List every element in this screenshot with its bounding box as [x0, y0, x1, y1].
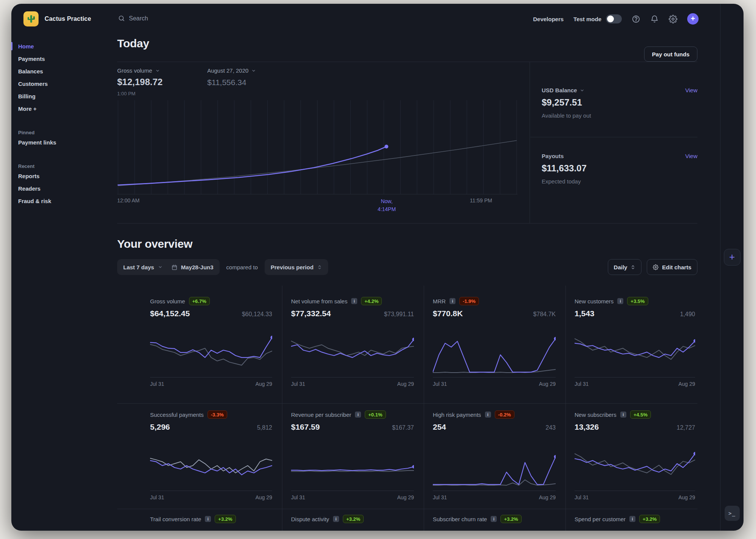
bell-icon: [650, 15, 659, 23]
gross-volume-metric: Gross volume $12,198.72 1:00 PM: [117, 67, 163, 96]
developers-link[interactable]: Developers: [533, 16, 564, 22]
payouts-block: Payouts View $11,633.07 Expected today: [542, 153, 697, 185]
today-chart-header: Gross volume $12,198.72 1:00 PM August 2…: [117, 67, 256, 96]
cactus-logo-icon[interactable]: [23, 11, 39, 26]
sidebar-item-customers[interactable]: Customers: [11, 78, 117, 90]
gross-volume-label: Gross volume: [117, 67, 152, 74]
usd-balance-view-link[interactable]: View: [685, 87, 697, 93]
test-mode-label: Test mode: [573, 16, 601, 22]
overview-metric-grid: Gross volume+6.7%$64,152.45$60,124.33Jul…: [117, 286, 697, 531]
toggle-knob: [607, 16, 614, 22]
info-icon[interactable]: i: [205, 516, 211, 522]
plus-icon: +: [729, 251, 735, 263]
cactus-glyph: [26, 14, 36, 24]
test-mode-control: Test mode: [573, 14, 622, 23]
date-start: Jul 31: [291, 494, 305, 500]
sidebar-item-payments[interactable]: Payments: [11, 53, 117, 65]
metric-previous-value: 12,727: [677, 424, 695, 431]
test-mode-toggle[interactable]: [606, 14, 622, 23]
date-start: Jul 31: [433, 381, 447, 387]
comparison-date-selector[interactable]: August 27, 2020: [207, 67, 256, 74]
info-icon[interactable]: i: [355, 412, 361, 418]
sparkline-chart[interactable]: [433, 447, 556, 491]
metric-previous-value: $60,124.33: [242, 311, 272, 318]
compare-period-select[interactable]: Previous period: [265, 259, 328, 275]
interval-label: Daily: [614, 264, 627, 270]
brand-name: Cactus Practice: [45, 16, 91, 22]
sidebar-item-billing[interactable]: Billing: [11, 90, 117, 103]
metric-previous-value: 243: [545, 424, 556, 431]
change-badge: -1.9%: [459, 297, 479, 305]
gross-volume-selector[interactable]: Gross volume: [117, 67, 163, 74]
add-widget-button[interactable]: +: [724, 249, 741, 266]
sparkline-chart[interactable]: [575, 334, 695, 377]
help-button[interactable]: [632, 15, 640, 23]
sparkline-chart[interactable]: [291, 447, 414, 491]
metric-name: Trail conversion rate: [150, 516, 201, 522]
date-end: Aug 29: [256, 381, 272, 387]
usd-balance-selector[interactable]: USD Balance: [542, 87, 584, 93]
sparkline-date-range: Jul 31Aug 29: [575, 494, 695, 500]
metric-card-revenue-per-subscriber: Revenue per subscriberi+0.1%$167.59$167.…: [282, 403, 424, 509]
sparkline-chart[interactable]: [150, 334, 272, 377]
date-end: Aug 29: [679, 381, 695, 387]
sidebar-item-more[interactable]: More +: [11, 103, 117, 115]
info-icon[interactable]: i: [629, 516, 635, 522]
date-start: Jul 31: [433, 494, 447, 500]
search-placeholder: Search: [129, 15, 148, 22]
date-start: Jul 31: [291, 381, 305, 387]
metric-previous-value: $784.7K: [533, 311, 556, 318]
metric-card-new-subscribers: New subscribersi+4.5%13,32612,727Jul 31A…: [565, 403, 697, 509]
info-icon[interactable]: i: [617, 298, 623, 304]
date-start: Jul 31: [150, 381, 164, 387]
sparkline-chart[interactable]: [433, 334, 556, 377]
sparkline-chart[interactable]: [575, 447, 695, 491]
settings-button[interactable]: [669, 15, 677, 23]
gross-volume-value: $12,198.72: [117, 77, 163, 87]
metric-card-successful-payments: Successful payments-3.3%5,2965,812Jul 31…: [117, 403, 282, 509]
comparison-date-label: August 27, 2020: [207, 67, 248, 74]
payouts-subtitle: Expected today: [542, 178, 697, 185]
info-icon[interactable]: i: [333, 516, 339, 522]
sparkline-chart[interactable]: [291, 334, 414, 377]
gear-icon: [653, 264, 658, 270]
info-icon[interactable]: i: [351, 298, 357, 304]
date-range-picker[interactable]: Last 7 days May28-Jun3: [117, 259, 220, 275]
info-icon[interactable]: i: [449, 298, 455, 304]
interval-select[interactable]: Daily: [608, 259, 642, 275]
sparkline-date-range: Jul 31Aug 29: [150, 381, 272, 387]
sidebar-item-fraud-risk[interactable]: Fraud & risk: [11, 195, 117, 207]
metric-card-subscriber-churn-rate: Subscriber churn ratei+3.2%: [424, 509, 565, 531]
metric-value: $770.8K: [433, 309, 463, 318]
sidebar-item-readers[interactable]: Readers: [11, 182, 117, 195]
today-volume-chart[interactable]: [117, 100, 517, 194]
compare-period-label: Previous period: [271, 264, 313, 270]
sidebar-item-reports[interactable]: Reports: [11, 170, 117, 182]
create-button[interactable]: +: [687, 13, 699, 25]
usd-balance-value: $9,257.51: [542, 97, 697, 108]
info-icon[interactable]: i: [620, 412, 626, 418]
edit-charts-button[interactable]: Edit charts: [647, 259, 697, 275]
sidebar-item-balances[interactable]: Balances: [11, 65, 117, 78]
info-icon[interactable]: i: [485, 412, 491, 418]
payouts-label: Payouts: [542, 153, 564, 159]
sidebar-item-home[interactable]: Home: [11, 40, 117, 53]
date-end: Aug 29: [679, 494, 695, 500]
developer-console-button[interactable]: >_: [725, 506, 740, 521]
payouts-view-link[interactable]: View: [685, 153, 697, 159]
info-icon[interactable]: i: [491, 516, 497, 522]
change-badge: +3.5%: [627, 297, 648, 305]
compared-to-text: compared to: [226, 264, 258, 270]
metric-name: New subscribers: [575, 412, 617, 418]
search-input[interactable]: Search: [118, 15, 148, 22]
divider: [530, 62, 530, 223]
sparkline-chart[interactable]: [150, 447, 272, 491]
calendar-icon: [172, 264, 177, 270]
notifications-button[interactable]: [650, 15, 659, 23]
pay-out-funds-button[interactable]: Pay out funds: [644, 47, 697, 62]
sidebar-item-payment-links[interactable]: Payment links: [11, 136, 117, 149]
metric-card-trail-conversion-rate: Trail conversion ratei+3.2%: [117, 509, 282, 531]
divider: [117, 62, 697, 62]
divider: [530, 137, 697, 137]
brand: Cactus Practice: [23, 11, 91, 26]
